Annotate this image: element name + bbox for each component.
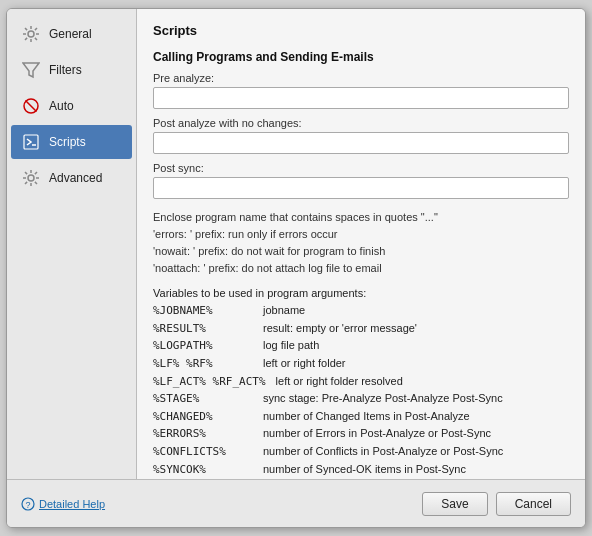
var-row-lf-act: %LF_ACT% %RF_ACT% left or right folder r… (153, 373, 569, 391)
post-analyze-input[interactable] (153, 132, 569, 154)
sidebar-item-scripts[interactable]: Scripts (11, 125, 132, 159)
var-row-syncok: %SYNCOK% number of Synced-OK items in Po… (153, 461, 569, 479)
sidebar: General Filters Auto (7, 9, 137, 479)
var-name-jobname: %JOBNAME% (153, 302, 253, 320)
svg-line-21 (35, 172, 37, 174)
detailed-help-link[interactable]: ? Detailed Help (21, 497, 105, 511)
auto-icon (21, 96, 41, 116)
scripts-icon (21, 132, 41, 152)
sidebar-general-label: General (49, 27, 92, 41)
help-line-2: 'errors: ' prefix: run only if errors oc… (153, 226, 569, 243)
var-row-errors: %ERRORS% number of Errors in Post-Analyz… (153, 425, 569, 443)
var-desc-lf-act: left or right folder resolved (276, 373, 403, 391)
dialog-body: General Filters Auto (7, 9, 585, 479)
dialog: General Filters Auto (6, 8, 586, 528)
help-line-1: Enclose program name that contains space… (153, 209, 569, 226)
svg-point-0 (28, 31, 34, 37)
svg-point-14 (28, 175, 34, 181)
var-desc-changed: number of Changed Items in Post-Analyze (263, 408, 470, 426)
cancel-button[interactable]: Cancel (496, 492, 571, 516)
var-desc-result: result: empty or 'error message' (263, 320, 417, 338)
var-name-errors: %ERRORS% (153, 425, 253, 443)
svg-line-5 (25, 28, 27, 30)
svg-line-20 (35, 182, 37, 184)
save-button[interactable]: Save (422, 492, 487, 516)
var-row-result: %RESULT% result: empty or 'error message… (153, 320, 569, 338)
sidebar-scripts-label: Scripts (49, 135, 86, 149)
svg-text:?: ? (25, 500, 30, 510)
variables-header: Variables to be used in program argument… (153, 287, 569, 299)
advanced-icon (21, 168, 41, 188)
var-desc-logpath: log file path (263, 337, 319, 355)
var-desc-lf-rf: left or right folder (263, 355, 346, 373)
help-line-4: 'noattach: ' prefix: do not attach log f… (153, 260, 569, 277)
sidebar-item-filters[interactable]: Filters (11, 53, 132, 87)
sidebar-item-general[interactable]: General (11, 17, 132, 51)
sidebar-advanced-label: Advanced (49, 171, 102, 185)
sidebar-item-advanced[interactable]: Advanced (11, 161, 132, 195)
sidebar-item-auto[interactable]: Auto (11, 89, 132, 123)
var-row-jobname: %JOBNAME% jobname (153, 302, 569, 320)
var-name-result: %RESULT% (153, 320, 253, 338)
var-name-conflicts: %CONFLICTS% (153, 443, 253, 461)
var-row-changed: %CHANGED% number of Changed Items in Pos… (153, 408, 569, 426)
help-line-3: 'nowait: ' prefix: do not wait for progr… (153, 243, 569, 260)
svg-line-7 (35, 28, 37, 30)
var-row-conflicts: %CONFLICTS% number of Conflicts in Post-… (153, 443, 569, 461)
var-name-lf-act: %LF_ACT% %RF_ACT% (153, 373, 266, 391)
main-content: Scripts Calling Programs and Sending E-m… (137, 9, 585, 479)
svg-line-8 (25, 38, 27, 40)
filters-icon (21, 60, 41, 80)
footer-buttons: Save Cancel (422, 492, 571, 516)
var-name-stage: %STAGE% (153, 390, 253, 408)
section-title: Scripts (153, 23, 569, 38)
help-icon: ? (21, 497, 35, 511)
var-name-lf-rf: %LF% %RF% (153, 355, 253, 373)
var-name-logpath: %LOGPATH% (153, 337, 253, 355)
svg-line-19 (25, 172, 27, 174)
var-desc-syncok: number of Synced-OK items in Post-Sync (263, 461, 466, 479)
post-sync-label: Post sync: (153, 162, 569, 174)
svg-line-6 (35, 38, 37, 40)
sidebar-auto-label: Auto (49, 99, 74, 113)
var-desc-errors: number of Errors in Post-Analyze or Post… (263, 425, 491, 443)
sidebar-filters-label: Filters (49, 63, 82, 77)
var-row-logpath: %LOGPATH% log file path (153, 337, 569, 355)
variables-section: Variables to be used in program argument… (153, 287, 569, 478)
var-row-lf-rf: %LF% %RF% left or right folder (153, 355, 569, 373)
var-desc-jobname: jobname (263, 302, 305, 320)
pre-analyze-label: Pre analyze: (153, 72, 569, 84)
dialog-footer: ? Detailed Help Save Cancel (7, 479, 585, 527)
svg-line-11 (26, 101, 37, 112)
post-sync-input[interactable] (153, 177, 569, 199)
post-analyze-label: Post analyze with no changes: (153, 117, 569, 129)
subsection-title: Calling Programs and Sending E-mails (153, 50, 569, 64)
help-text: Enclose program name that contains space… (153, 209, 569, 277)
var-desc-conflicts: number of Conflicts in Post-Analyze or P… (263, 443, 503, 461)
svg-line-22 (25, 182, 27, 184)
var-desc-stage: sync stage: Pre-Analyze Post-Analyze Pos… (263, 390, 503, 408)
pre-analyze-input[interactable] (153, 87, 569, 109)
svg-marker-9 (23, 63, 39, 77)
detailed-help-text: Detailed Help (39, 498, 105, 510)
var-name-changed: %CHANGED% (153, 408, 253, 426)
var-row-stage: %STAGE% sync stage: Pre-Analyze Post-Ana… (153, 390, 569, 408)
var-name-syncok: %SYNCOK% (153, 461, 253, 479)
general-icon (21, 24, 41, 44)
